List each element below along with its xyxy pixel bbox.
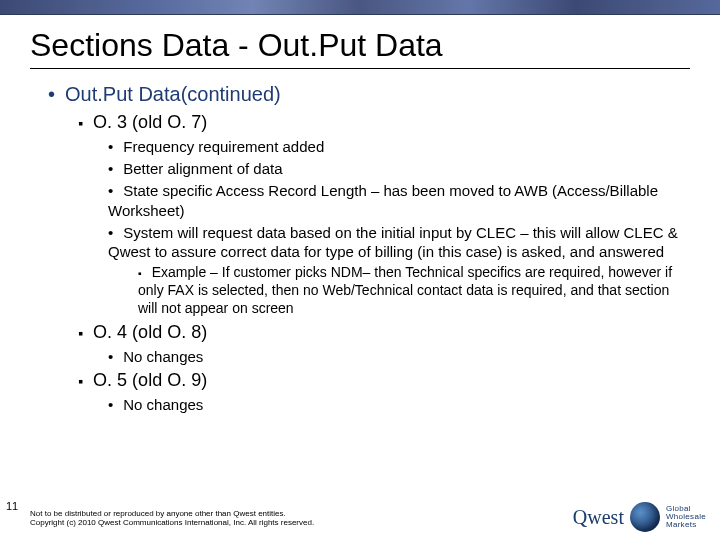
logo-unit3: Markets <box>666 521 706 529</box>
o3-example: Example – If customer picks NDM– then Te… <box>30 264 690 318</box>
o4-item: No changes <box>30 347 690 366</box>
top-banner <box>0 0 720 15</box>
footer-line1: Not to be distributed or reproduced by a… <box>30 509 314 519</box>
slide-title: Sections Data - Out.Put Data <box>30 27 690 64</box>
o4-heading: O. 4 (old O. 8) <box>93 322 207 342</box>
o3-ex: Example – If customer picks NDM– then Te… <box>138 264 672 316</box>
o4-b1: No changes <box>123 348 203 365</box>
page-number: 11 <box>6 500 18 512</box>
o3-heading: O. 3 (old O. 7) <box>93 112 207 132</box>
o3-b1: Frequency requirement added <box>123 138 324 155</box>
section-o5: O. 5 (old O. 9) <box>30 370 690 391</box>
bullet-l1: Out.Put Data(continued) <box>30 83 690 106</box>
logo-brand: Qwest <box>573 506 624 529</box>
o5-heading: O. 5 (old O. 9) <box>93 370 207 390</box>
slide-body: Sections Data - Out.Put Data Out.Put Dat… <box>0 15 720 414</box>
o3-b3: State specific Access Record Length – ha… <box>108 182 658 218</box>
logo-unit: Global Wholesale Markets <box>666 505 706 529</box>
o3-b4: System will request data based on the in… <box>108 224 678 260</box>
section-o4: O. 4 (old O. 8) <box>30 322 690 343</box>
footer-line2: Copyright (c) 2010 Qwest Communications … <box>30 518 314 528</box>
qwest-logo: Qwest Global Wholesale Markets <box>573 502 706 532</box>
o3-item: Better alignment of data <box>30 159 690 178</box>
o5-b1: No changes <box>123 396 203 413</box>
l1-label: Out.Put Data(continued) <box>65 83 281 105</box>
o3-item: Frequency requirement added <box>30 137 690 156</box>
o3-b2: Better alignment of data <box>123 160 282 177</box>
content-list: Out.Put Data(continued) O. 3 (old O. 7) … <box>30 83 690 414</box>
section-o3: O. 3 (old O. 7) <box>30 112 690 133</box>
o3-item: System will request data based on the in… <box>30 223 690 261</box>
footer: Not to be distributed or reproduced by a… <box>30 509 314 528</box>
globe-icon <box>630 502 660 532</box>
title-rule <box>30 68 690 69</box>
o3-item: State specific Access Record Length – ha… <box>30 181 690 219</box>
o5-item: No changes <box>30 395 690 414</box>
